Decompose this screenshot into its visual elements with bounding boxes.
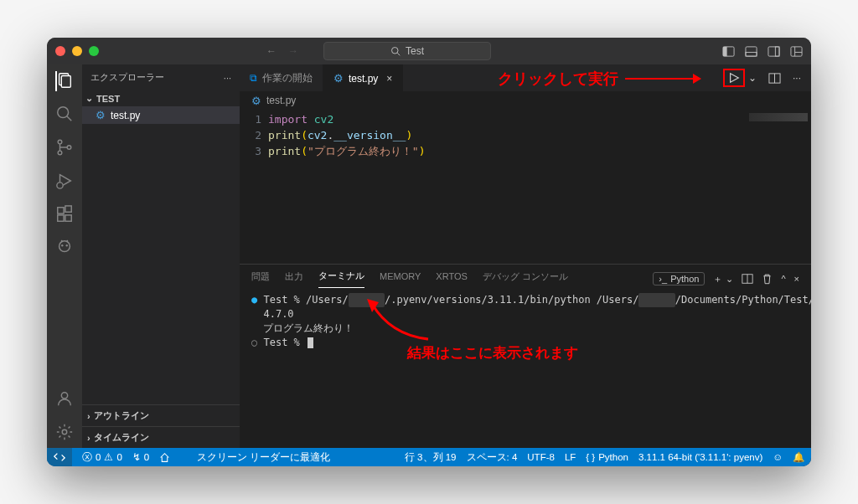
svg-point-29: [61, 393, 67, 399]
svg-point-0: [391, 48, 398, 54]
status-notifications-icon[interactable]: 🔔: [793, 451, 804, 463]
titlebar: ← → Test: [47, 38, 811, 64]
activity-extensions-icon[interactable]: [55, 205, 74, 224]
activity-source-control-icon[interactable]: [55, 138, 74, 157]
activity-settings-icon[interactable]: [55, 423, 74, 441]
project-name: TEST: [96, 94, 120, 104]
activity-run-debug-icon[interactable]: [55, 172, 74, 190]
terminal-cursor: [308, 337, 313, 348]
svg-line-27: [61, 240, 62, 242]
run-button[interactable]: [723, 69, 745, 87]
layout-sidebar-left-icon[interactable]: [722, 45, 735, 58]
breadcrumb-file: test.py: [266, 95, 296, 106]
explorer-more-icon[interactable]: ···: [224, 73, 231, 83]
nav-back-icon[interactable]: ←: [266, 45, 277, 57]
activity-account-icon[interactable]: [55, 389, 74, 408]
status-eol[interactable]: LF: [565, 452, 576, 462]
status-home-icon[interactable]: [159, 452, 170, 463]
svg-rect-8: [791, 46, 802, 55]
play-icon: [728, 72, 740, 84]
svg-line-1: [397, 53, 400, 55]
tab-testpy-label: test.py: [349, 73, 378, 85]
tab-welcome-label: 作業の開始: [262, 71, 313, 85]
svg-rect-5: [746, 52, 757, 56]
file-item-testpy[interactable]: ⚙ test.py: [82, 106, 240, 124]
terminal-content[interactable]: ● Test % /Users/xxxxxx/.pyenv/versions/3…: [240, 288, 811, 448]
panel-tab-xrtos[interactable]: XRTOS: [436, 271, 468, 286]
editor-body: エクスプローラー ··· ⌄ TEST ⚙ test.py › アウトライン ›…: [47, 64, 811, 448]
search-icon: [390, 46, 401, 56]
window-traffic-lights: [55, 46, 99, 56]
breadcrumb[interactable]: ⚙ test.py: [240, 91, 811, 110]
status-linecol[interactable]: 行 3、列 19: [405, 451, 457, 464]
status-encoding[interactable]: UTF-8: [527, 452, 555, 462]
run-dropdown-icon[interactable]: ⌄: [748, 72, 757, 84]
explorer-project-section[interactable]: ⌄ TEST: [82, 90, 240, 106]
arrow-right-icon: [625, 78, 700, 80]
terminal-add-dropdown-icon[interactable]: ⌄: [726, 274, 733, 285]
split-editor-icon[interactable]: [768, 72, 781, 85]
panel-tab-terminal[interactable]: ターミナル: [318, 270, 364, 288]
code-editor[interactable]: 123 import cv2 print(cv2.__version__) pr…: [240, 110, 811, 264]
status-spaces[interactable]: スペース: 4: [467, 451, 518, 464]
terminal-add-icon[interactable]: ＋: [713, 273, 722, 285]
svg-rect-20: [58, 208, 64, 213]
timeline-label: タイムライン: [94, 431, 149, 444]
terminal-trash-icon[interactable]: [762, 273, 773, 285]
explorer-header: エクスプローラー ···: [82, 64, 240, 90]
vscode-window: ← → Test: [47, 38, 811, 466]
svg-line-14: [67, 116, 72, 121]
panel-maximize-icon[interactable]: ^: [781, 274, 785, 284]
command-center-search[interactable]: Test: [323, 42, 491, 60]
svg-rect-23: [65, 206, 71, 212]
chevron-right-icon: ›: [87, 411, 90, 421]
activity-explorer-icon[interactable]: [55, 71, 74, 90]
status-bar: ⓧ0 ⚠0 ↯0 スクリーン リーダーに最適化 行 3、列 19 スペース: 4…: [47, 448, 811, 466]
remote-indicator[interactable]: [47, 448, 72, 466]
terminal-split-icon[interactable]: [742, 273, 753, 285]
minimap[interactable]: [749, 113, 808, 121]
svg-point-16: [58, 151, 62, 155]
layout-sidebar-right-icon[interactable]: [768, 45, 780, 58]
window-minimize-button[interactable]: [72, 46, 82, 56]
chevron-right-icon: ›: [87, 433, 90, 443]
annotation-click-to-run: クリックして実行: [498, 69, 700, 89]
nav-forward-icon[interactable]: →: [288, 45, 298, 57]
svg-point-25: [61, 244, 63, 246]
tab-welcome[interactable]: ⧉ 作業の開始: [240, 64, 323, 91]
activity-bar: [47, 64, 82, 448]
window-maximize-button[interactable]: [89, 46, 99, 56]
status-ports[interactable]: ↯0: [132, 451, 149, 463]
layout-panel-bottom-icon[interactable]: [745, 45, 757, 58]
tab-close-icon[interactable]: ×: [386, 73, 392, 85]
tab-testpy[interactable]: ⚙ test.py ×: [323, 64, 403, 91]
activity-search-icon[interactable]: [55, 105, 74, 123]
terminal-kind[interactable]: ›_ Python: [653, 272, 705, 285]
status-interpreter[interactable]: 3.11.1 64-bit ('3.11.1': pyenv): [638, 452, 762, 462]
svg-line-28: [67, 240, 68, 242]
svg-point-19: [57, 183, 63, 188]
status-feedback-icon[interactable]: ☺: [773, 452, 783, 462]
window-close-button[interactable]: [55, 46, 65, 56]
file-label: test.py: [111, 110, 140, 121]
status-screenreader[interactable]: スクリーン リーダーに最適化: [197, 451, 330, 464]
layout-customize-icon[interactable]: [790, 45, 803, 58]
outline-section[interactable]: › アウトライン: [82, 404, 240, 426]
svg-point-26: [66, 244, 68, 246]
status-errors[interactable]: ⓧ0 ⚠0: [82, 451, 122, 464]
outline-label: アウトライン: [94, 409, 149, 422]
panel-close-icon[interactable]: ×: [794, 274, 799, 284]
status-lang[interactable]: { } Python: [586, 452, 628, 462]
panel-tab-problems[interactable]: 問題: [251, 270, 270, 288]
panel-tab-memory[interactable]: MEMORY: [380, 271, 421, 286]
svg-marker-31: [731, 74, 739, 83]
annotation-result: 結果はここに表示されます: [407, 343, 578, 363]
timeline-section[interactable]: › タイムライン: [82, 426, 240, 448]
svg-rect-3: [723, 46, 727, 55]
tab-more-icon[interactable]: ···: [793, 72, 801, 84]
panel-tab-debug[interactable]: デバッグ コンソール: [483, 270, 568, 288]
panel-tab-output[interactable]: 出力: [285, 270, 303, 288]
panel-tabs: 問題 出力 ターミナル MEMORY XRTOS デバッグ コンソール ›_ P…: [240, 265, 811, 288]
activity-platformio-icon[interactable]: [55, 239, 74, 257]
terminal-kind-prefix: ›_: [659, 274, 667, 284]
